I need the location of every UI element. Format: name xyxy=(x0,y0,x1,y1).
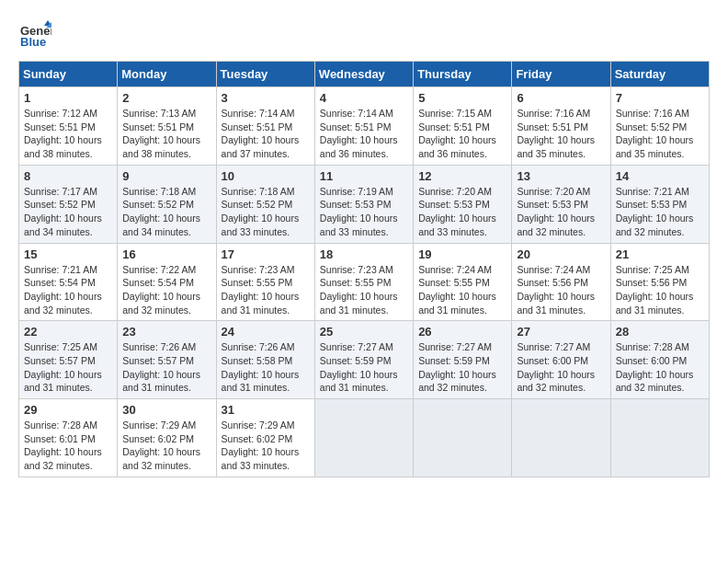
calendar-cell: 26Sunrise: 7:27 AMSunset: 5:59 PMDayligh… xyxy=(414,321,512,399)
day-number: 27 xyxy=(517,325,605,339)
svg-text:Blue: Blue xyxy=(20,35,46,49)
day-info: Sunrise: 7:16 AMSunset: 5:51 PMDaylight:… xyxy=(517,107,605,161)
day-info: Sunrise: 7:25 AMSunset: 5:56 PMDaylight:… xyxy=(616,263,704,317)
day-info: Sunrise: 7:28 AMSunset: 6:00 PMDaylight:… xyxy=(616,340,704,395)
calendar-cell: 23Sunrise: 7:26 AMSunset: 5:57 PMDayligh… xyxy=(118,321,216,399)
day-info: Sunrise: 7:14 AMSunset: 5:51 PMDaylight:… xyxy=(222,107,310,161)
day-info: Sunrise: 7:18 AMSunset: 5:52 PMDaylight:… xyxy=(222,185,310,239)
day-number: 22 xyxy=(24,325,112,339)
calendar-cell: 22Sunrise: 7:25 AMSunset: 5:57 PMDayligh… xyxy=(19,321,118,399)
calendar-cell: 30Sunrise: 7:29 AMSunset: 6:02 PMDayligh… xyxy=(118,399,216,477)
day-number: 8 xyxy=(24,169,112,183)
calendar-cell: 2Sunrise: 7:13 AMSunset: 5:51 PMDaylight… xyxy=(118,87,216,166)
day-info: Sunrise: 7:26 AMSunset: 5:57 PMDaylight:… xyxy=(122,340,210,395)
day-number: 23 xyxy=(122,325,210,339)
day-number: 30 xyxy=(122,403,210,417)
weekday-header-friday: Friday xyxy=(512,62,610,87)
calendar-cell: 17Sunrise: 7:23 AMSunset: 5:55 PMDayligh… xyxy=(216,243,314,321)
day-number: 15 xyxy=(24,247,112,261)
day-number: 21 xyxy=(616,247,704,261)
calendar-week-3: 15Sunrise: 7:21 AMSunset: 5:54 PMDayligh… xyxy=(19,243,710,321)
calendar-cell: 24Sunrise: 7:26 AMSunset: 5:58 PMDayligh… xyxy=(216,321,314,399)
day-number: 1 xyxy=(24,91,112,105)
day-info: Sunrise: 7:12 AMSunset: 5:51 PMDaylight:… xyxy=(24,107,112,161)
calendar-cell xyxy=(610,399,709,477)
day-number: 31 xyxy=(222,403,310,417)
day-number: 11 xyxy=(320,169,408,183)
calendar-cell: 10Sunrise: 7:18 AMSunset: 5:52 PMDayligh… xyxy=(216,165,314,243)
day-info: Sunrise: 7:27 AMSunset: 5:59 PMDaylight:… xyxy=(418,340,506,395)
day-number: 6 xyxy=(517,91,605,105)
day-info: Sunrise: 7:21 AMSunset: 5:53 PMDaylight:… xyxy=(616,185,704,239)
calendar-cell: 7Sunrise: 7:16 AMSunset: 5:52 PMDaylight… xyxy=(610,87,709,166)
day-number: 18 xyxy=(320,247,408,261)
day-number: 3 xyxy=(222,91,310,105)
day-info: Sunrise: 7:18 AMSunset: 5:52 PMDaylight:… xyxy=(122,185,210,239)
calendar-cell: 9Sunrise: 7:18 AMSunset: 5:52 PMDaylight… xyxy=(118,165,216,243)
day-info: Sunrise: 7:17 AMSunset: 5:52 PMDaylight:… xyxy=(24,185,112,239)
day-info: Sunrise: 7:24 AMSunset: 5:55 PMDaylight:… xyxy=(418,263,506,317)
day-number: 19 xyxy=(418,247,506,261)
calendar-cell: 31Sunrise: 7:29 AMSunset: 6:02 PMDayligh… xyxy=(216,399,314,477)
calendar-cell: 19Sunrise: 7:24 AMSunset: 5:55 PMDayligh… xyxy=(414,243,512,321)
day-number: 20 xyxy=(517,247,605,261)
weekday-header-saturday: Saturday xyxy=(610,62,709,87)
calendar-cell: 18Sunrise: 7:23 AMSunset: 5:55 PMDayligh… xyxy=(314,243,413,321)
day-number: 17 xyxy=(222,247,310,261)
day-info: Sunrise: 7:20 AMSunset: 5:53 PMDaylight:… xyxy=(418,185,506,239)
logo-icon: General Blue xyxy=(18,18,51,52)
day-info: Sunrise: 7:25 AMSunset: 5:57 PMDaylight:… xyxy=(24,340,112,395)
day-info: Sunrise: 7:26 AMSunset: 5:58 PMDaylight:… xyxy=(222,340,310,395)
calendar-cell: 6Sunrise: 7:16 AMSunset: 5:51 PMDaylight… xyxy=(512,87,610,166)
calendar-cell: 15Sunrise: 7:21 AMSunset: 5:54 PMDayligh… xyxy=(19,243,118,321)
calendar-cell: 27Sunrise: 7:27 AMSunset: 6:00 PMDayligh… xyxy=(512,321,610,399)
calendar-cell: 21Sunrise: 7:25 AMSunset: 5:56 PMDayligh… xyxy=(610,243,709,321)
day-info: Sunrise: 7:24 AMSunset: 5:56 PMDaylight:… xyxy=(517,263,605,317)
day-number: 25 xyxy=(320,325,408,339)
calendar-week-2: 8Sunrise: 7:17 AMSunset: 5:52 PMDaylight… xyxy=(19,165,710,243)
weekday-header-monday: Monday xyxy=(118,62,216,87)
calendar-cell xyxy=(314,399,413,477)
day-info: Sunrise: 7:22 AMSunset: 5:54 PMDaylight:… xyxy=(122,263,210,317)
day-info: Sunrise: 7:19 AMSunset: 5:53 PMDaylight:… xyxy=(320,185,408,239)
day-number: 4 xyxy=(320,91,408,105)
calendar-cell: 8Sunrise: 7:17 AMSunset: 5:52 PMDaylight… xyxy=(19,165,118,243)
calendar-table: SundayMondayTuesdayWednesdayThursdayFrid… xyxy=(18,61,710,477)
calendar-cell: 13Sunrise: 7:20 AMSunset: 5:53 PMDayligh… xyxy=(512,165,610,243)
calendar-cell: 5Sunrise: 7:15 AMSunset: 5:51 PMDaylight… xyxy=(414,87,512,166)
calendar-week-5: 29Sunrise: 7:28 AMSunset: 6:01 PMDayligh… xyxy=(19,399,710,477)
day-info: Sunrise: 7:29 AMSunset: 6:02 PMDaylight:… xyxy=(122,419,210,473)
day-number: 9 xyxy=(122,169,210,183)
calendar-cell: 29Sunrise: 7:28 AMSunset: 6:01 PMDayligh… xyxy=(19,399,118,477)
day-info: Sunrise: 7:27 AMSunset: 6:00 PMDaylight:… xyxy=(517,340,605,395)
day-number: 2 xyxy=(122,91,210,105)
weekday-header-thursday: Thursday xyxy=(414,62,512,87)
day-info: Sunrise: 7:14 AMSunset: 5:51 PMDaylight:… xyxy=(320,107,408,161)
day-info: Sunrise: 7:28 AMSunset: 6:01 PMDaylight:… xyxy=(24,419,112,473)
day-info: Sunrise: 7:27 AMSunset: 5:59 PMDaylight:… xyxy=(320,340,408,395)
day-number: 29 xyxy=(24,403,112,417)
calendar-week-1: 1Sunrise: 7:12 AMSunset: 5:51 PMDaylight… xyxy=(19,87,710,166)
calendar-cell: 25Sunrise: 7:27 AMSunset: 5:59 PMDayligh… xyxy=(314,321,413,399)
calendar-header-row: SundayMondayTuesdayWednesdayThursdayFrid… xyxy=(19,62,710,87)
calendar-cell: 14Sunrise: 7:21 AMSunset: 5:53 PMDayligh… xyxy=(610,165,709,243)
day-number: 7 xyxy=(616,91,704,105)
calendar-cell: 1Sunrise: 7:12 AMSunset: 5:51 PMDaylight… xyxy=(19,87,118,166)
day-number: 28 xyxy=(616,325,704,339)
day-info: Sunrise: 7:21 AMSunset: 5:54 PMDaylight:… xyxy=(24,263,112,317)
day-number: 14 xyxy=(616,169,704,183)
day-number: 26 xyxy=(418,325,506,339)
day-number: 24 xyxy=(222,325,310,339)
calendar-cell: 3Sunrise: 7:14 AMSunset: 5:51 PMDaylight… xyxy=(216,87,314,166)
day-number: 13 xyxy=(517,169,605,183)
day-info: Sunrise: 7:16 AMSunset: 5:52 PMDaylight:… xyxy=(616,107,704,161)
day-number: 12 xyxy=(418,169,506,183)
calendar-cell xyxy=(414,399,512,477)
weekday-header-wednesday: Wednesday xyxy=(314,62,413,87)
logo: General Blue xyxy=(18,18,55,52)
day-info: Sunrise: 7:23 AMSunset: 5:55 PMDaylight:… xyxy=(320,263,408,317)
day-number: 16 xyxy=(122,247,210,261)
day-info: Sunrise: 7:20 AMSunset: 5:53 PMDaylight:… xyxy=(517,185,605,239)
calendar-cell: 28Sunrise: 7:28 AMSunset: 6:00 PMDayligh… xyxy=(610,321,709,399)
day-info: Sunrise: 7:13 AMSunset: 5:51 PMDaylight:… xyxy=(122,107,210,161)
